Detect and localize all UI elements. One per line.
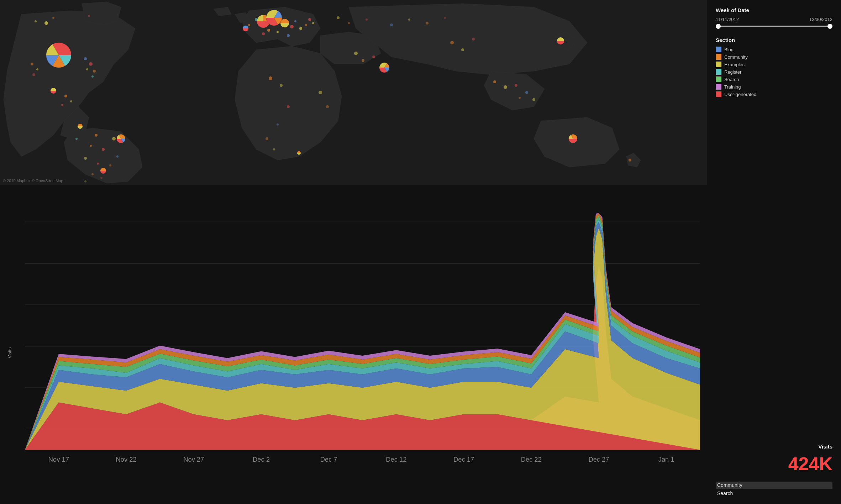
legend-item-examples[interactable]: Examples [716, 62, 832, 67]
section-highlight: Community Search [716, 482, 832, 497]
svg-point-80 [84, 180, 86, 182]
legend-label: Blog [724, 47, 734, 52]
visits-label: Visits [716, 444, 832, 450]
svg-point-18 [287, 34, 290, 37]
legend-swatch [716, 47, 721, 52]
svg-point-16 [269, 13, 272, 15]
legend-item-blog[interactable]: Blog [716, 47, 832, 52]
svg-point-66 [52, 17, 54, 19]
slider-thumb-right[interactable] [827, 24, 832, 29]
svg-text:Dec 27: Dec 27 [588, 456, 609, 463]
left-panel: © 2019 Mapbox © OpenStreetMap Visits 30K… [0, 0, 707, 504]
svg-point-31 [61, 104, 63, 106]
svg-point-81 [100, 177, 103, 179]
legend-label: Training [724, 84, 741, 90]
svg-point-63 [319, 91, 322, 94]
svg-point-45 [472, 38, 475, 41]
community-highlight[interactable]: Community [716, 482, 832, 489]
svg-point-47 [493, 80, 496, 83]
legend-swatch [716, 84, 721, 90]
svg-point-35 [287, 105, 290, 108]
svg-point-21 [102, 148, 105, 151]
legend-item-user-generated[interactable]: User-generated [716, 91, 832, 97]
svg-point-24 [84, 157, 87, 160]
svg-point-22 [116, 155, 119, 158]
legend-label: User-generated [724, 92, 756, 97]
legend-label: Examples [724, 62, 745, 67]
svg-point-60 [426, 22, 429, 25]
svg-point-2 [44, 21, 48, 25]
legend-swatch [716, 91, 721, 97]
legend-item-search[interactable]: Search [716, 76, 832, 82]
legend-items: BlogCommunityExamplesRegisterSearchTrain… [716, 47, 832, 97]
visits-value: 424K [716, 453, 832, 474]
date-slider[interactable] [716, 26, 832, 27]
svg-point-15 [248, 24, 250, 26]
svg-point-58 [390, 23, 393, 26]
svg-point-7 [277, 31, 279, 33]
svg-point-40 [362, 59, 364, 62]
legend-item-training[interactable]: Training [716, 84, 832, 90]
week-of-date-section: Week of Date 11/11/2012 12/30/2012 [716, 7, 832, 30]
svg-point-74 [36, 68, 38, 70]
svg-text:Nov 22: Nov 22 [116, 456, 137, 463]
legend-swatch [716, 76, 721, 82]
svg-point-17 [262, 32, 265, 35]
week-of-date-title: Week of Date [716, 7, 832, 13]
svg-text:Dec 2: Dec 2 [253, 456, 270, 463]
svg-point-57 [366, 18, 368, 21]
svg-point-12 [308, 18, 311, 21]
legend-label: Community [724, 54, 748, 60]
svg-point-44 [461, 48, 464, 51]
svg-point-27 [109, 164, 111, 166]
svg-point-79 [91, 173, 94, 175]
svg-point-37 [266, 137, 268, 140]
svg-point-61 [444, 17, 446, 19]
date-start: 11/11/2012 [716, 17, 739, 22]
legend-swatch [716, 54, 721, 60]
chart-y-label: Visits [7, 347, 12, 358]
svg-point-54 [629, 159, 631, 161]
svg-point-75 [32, 73, 35, 76]
svg-point-14 [255, 18, 258, 21]
svg-point-69 [89, 62, 93, 66]
legend-label: Register [724, 69, 741, 75]
svg-point-41 [372, 55, 375, 58]
svg-point-70 [86, 68, 88, 70]
svg-point-52 [532, 98, 535, 101]
svg-point-39 [354, 52, 358, 55]
svg-point-51 [519, 97, 521, 99]
svg-point-25 [97, 163, 99, 165]
svg-point-48 [504, 85, 507, 89]
slider-thumb-left[interactable] [716, 24, 721, 29]
svg-point-43 [450, 41, 454, 44]
map-attribution: © 2019 Mapbox © OpenStreetMap [3, 179, 63, 183]
svg-point-59 [408, 18, 410, 21]
chart-container: Visits 30K 25K 20K 15K 10K 5K 0K [0, 185, 707, 504]
svg-point-56 [348, 22, 350, 24]
legend-swatch [716, 62, 721, 67]
map-container[interactable]: © 2019 Mapbox © OpenStreetMap [0, 0, 707, 185]
svg-point-71 [93, 70, 96, 73]
svg-point-36 [277, 123, 279, 126]
visits-chart: 30K 25K 20K 15K 10K 5K 0K [25, 192, 700, 483]
legend-label: Search [724, 77, 739, 82]
svg-text:Dec 22: Dec 22 [521, 456, 542, 463]
search-highlight[interactable]: Search [716, 490, 832, 497]
svg-point-34 [280, 84, 283, 87]
legend-item-community[interactable]: Community [716, 54, 832, 60]
svg-point-65 [35, 20, 37, 22]
svg-point-49 [515, 84, 517, 87]
section-legend: Section BlogCommunityExamplesRegisterSea… [716, 37, 832, 97]
svg-text:Dec 7: Dec 7 [320, 456, 337, 463]
svg-point-9 [294, 20, 296, 22]
section-legend-title: Section [716, 37, 832, 43]
svg-point-67 [88, 15, 90, 17]
svg-point-50 [525, 91, 528, 94]
svg-text:Nov 27: Nov 27 [183, 456, 204, 463]
svg-text:Dec 12: Dec 12 [386, 456, 406, 463]
legend-item-register[interactable]: Register [716, 69, 832, 75]
legend-swatch [716, 69, 721, 75]
svg-point-13 [312, 22, 314, 24]
svg-point-55 [337, 16, 340, 19]
